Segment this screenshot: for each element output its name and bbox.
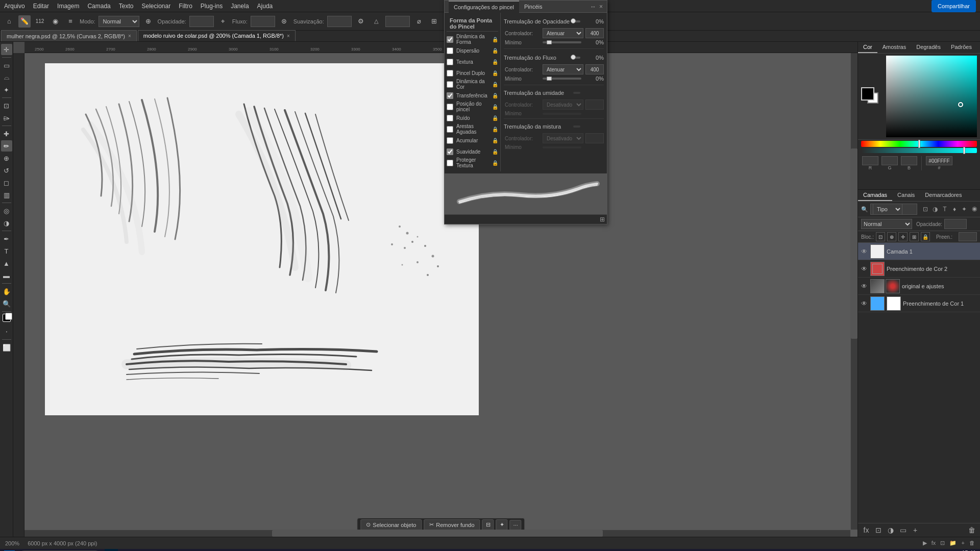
degrades-tab[interactable]: Degradês <box>911 42 946 53</box>
color-dot[interactable] <box>958 102 963 107</box>
menu-plugins[interactable]: Plug-ins <box>201 3 223 10</box>
lock-position-btn[interactable]: ✛ <box>898 232 908 241</box>
flow-input[interactable]: 31% <box>251 16 275 27</box>
brush-tool[interactable]: ✏ <box>1 140 12 152</box>
eyedropper-tool[interactable]: ⌲ <box>1 112 12 123</box>
taskbar-app-chrome[interactable]: ⊕ <box>157 549 170 551</box>
folder-status-icon[interactable]: 📁 <box>949 540 957 546</box>
amostras-tab[interactable]: Amostras <box>877 42 911 53</box>
flow-jitter-control-select[interactable]: Atenuar Desativado <box>543 64 583 74</box>
tab-mulher-negra[interactable]: mulher negra.psd @ 12,5% (Curvas 2, RGB/… <box>1 30 137 41</box>
screen-mode-icon[interactable]: ⬜ <box>1 342 12 353</box>
saturation-slider[interactable] <box>861 148 977 153</box>
camadas-tab[interactable]: Camadas <box>858 190 892 201</box>
lock-icon[interactable]: 🔒 <box>492 37 498 42</box>
opacity-min-slider[interactable] <box>543 40 581 44</box>
menu-camada[interactable]: Camada <box>87 3 110 10</box>
b-value-input[interactable]: 255 <box>901 156 917 165</box>
lock-icon[interactable]: 🔒 <box>492 149 498 155</box>
flow-min-slider[interactable] <box>543 77 581 81</box>
select-object-button[interactable]: ⊙ Selecionar objeto <box>360 519 422 530</box>
taskbar-app-explorer[interactable]: 📁 <box>122 549 135 551</box>
background-color[interactable] <box>5 313 12 320</box>
lock-icon[interactable]: 🔒 <box>492 115 498 121</box>
more-bg-button[interactable]: ··· <box>510 520 522 530</box>
brush-mode-icon[interactable]: ≡ <box>64 15 77 28</box>
mode-select[interactable]: Normal Multiplicar Tela <box>99 16 139 27</box>
lock-icon[interactable]: 🔒 <box>492 59 498 65</box>
lock-icon[interactable]: 🔒 <box>492 160 498 166</box>
brush-checkbox-dinâmica-da-cor[interactable]: Dinâmica da Cor 🔒 <box>447 79 498 90</box>
vertical-scrollbar[interactable] <box>850 53 857 530</box>
pressure-icon[interactable]: ⊕ <box>142 15 155 28</box>
fg-bg-color-swatches[interactable] <box>861 87 881 106</box>
menu-editar[interactable]: Editar <box>33 3 49 10</box>
brush-tool-icon[interactable]: ✏️ <box>18 15 31 28</box>
dodge-tool[interactable]: ◑ <box>1 217 12 229</box>
delete-layer-button[interactable]: 🗑 <box>967 525 977 535</box>
lock-icon[interactable]: 🔒 <box>492 138 498 143</box>
mask-status-icon[interactable]: ⊡ <box>940 540 945 546</box>
airbrush-icon[interactable]: ⊛ <box>278 15 290 28</box>
brush-checkbox-arestas-aguadas[interactable]: Arestas Aguadas 🔒 <box>447 123 498 135</box>
lock-icon[interactable]: 🔒 <box>492 127 498 132</box>
layer-visibility-fill1[interactable]: 👁 <box>860 299 868 308</box>
mix-jitter-control-select[interactable]: Desativado <box>543 133 583 143</box>
horizontal-scrollbar[interactable] <box>24 530 850 537</box>
opacity-jitter-bar[interactable] <box>573 20 580 22</box>
pen-pressure-icon[interactable]: ⊞ <box>428 15 440 28</box>
layer-visibility-original[interactable]: 👁 <box>860 282 868 290</box>
new-layer-button[interactable]: + <box>910 525 920 535</box>
home-icon[interactable]: ⌂ <box>3 15 15 28</box>
layer-item-fill1[interactable]: 👁 Preenchimento de Cor 1 <box>858 295 980 312</box>
crop-tool[interactable]: ⊡ <box>1 100 12 111</box>
r-value-input[interactable]: 0 <box>862 156 878 165</box>
stamp-tool[interactable]: ⊕ <box>1 153 12 164</box>
lock-icon[interactable]: 🔒 <box>492 82 498 87</box>
panel-close-icon[interactable]: × <box>599 3 603 10</box>
remove-bg-button[interactable]: ✂ Remover fundo <box>424 519 480 530</box>
mix-jitter-bar[interactable] <box>573 126 580 128</box>
quick-select-tool[interactable]: ✦ <box>1 84 12 95</box>
brush-size-icon[interactable]: 112 <box>34 15 46 28</box>
menu-arquivo[interactable]: Arquivo <box>4 3 25 10</box>
brush-checkbox-pincel-duplo[interactable]: Pincel Duplo 🔒 <box>447 67 498 79</box>
shape-tool[interactable]: ▬ <box>1 270 12 281</box>
opacity-toggle-icon[interactable]: ⌖ <box>217 15 229 28</box>
taskbar-app-whatsapp[interactable]: 💬 <box>174 549 187 551</box>
menu-texto[interactable]: Texto <box>119 3 134 10</box>
brush-checkbox-transferência[interactable]: Transferência 🔒 <box>447 90 498 101</box>
brush-checkbox-suavidade[interactable]: Suavidade 🔒 <box>447 146 498 157</box>
smoothing-input[interactable]: 0% <box>327 16 352 27</box>
angle-input[interactable]: 0° <box>385 16 410 27</box>
layer-opacity-input[interactable]: 100% <box>944 219 967 229</box>
pen-tool[interactable]: ✒ <box>1 233 12 244</box>
demarcadores-tab[interactable]: Demarcadores <box>920 190 967 201</box>
selection-tool[interactable]: ▭ <box>1 60 12 71</box>
brush-checkbox-posição-do-pincel[interactable]: Posição do pincel 🔒 <box>447 101 498 112</box>
zoom-tool[interactable]: 🔍 <box>1 298 12 309</box>
layer-search-box[interactable]: Tipo Nome Efeito <box>870 204 917 215</box>
taskbar-app-ps[interactable]: Ps <box>105 549 118 551</box>
brush-settings-tab[interactable]: Configurações do pincel <box>449 1 519 13</box>
hue-slider[interactable] <box>861 141 977 147</box>
smoothing-settings-icon[interactable]: ⚙ <box>355 15 367 28</box>
fx-button[interactable]: fx <box>861 525 871 535</box>
lock-icon[interactable]: 🔒 <box>492 104 498 110</box>
brush-checkbox-dispersão[interactable]: Dispersão 🔒 <box>447 45 498 56</box>
quick-mask-icon[interactable]: ⬝ <box>1 326 12 337</box>
lock-gradient-btn[interactable]: ⊕ <box>887 232 896 241</box>
new-fill-button[interactable]: ◑ <box>886 525 896 535</box>
opacity-input[interactable]: 100% <box>189 16 214 27</box>
trash-status-icon[interactable]: 🗑 <box>969 540 975 546</box>
lasso-tool[interactable]: ⌓ <box>1 72 12 83</box>
layer-filter-adjust-icon[interactable]: ◑ <box>931 205 939 213</box>
opacity-jitter-fade-input[interactable] <box>585 28 604 38</box>
canais-tab[interactable]: Canais <box>892 190 920 201</box>
type-tool[interactable]: T <box>1 245 12 257</box>
g-value-input[interactable]: 255 <box>881 156 898 165</box>
panel-expand-btn[interactable]: ⊞ <box>600 216 605 223</box>
menu-janela[interactable]: Janela <box>231 3 249 10</box>
path-select-tool[interactable]: ▲ <box>1 258 12 269</box>
brush-checkbox-proteger-textura[interactable]: Proteger Textura 🔒 <box>447 157 498 168</box>
